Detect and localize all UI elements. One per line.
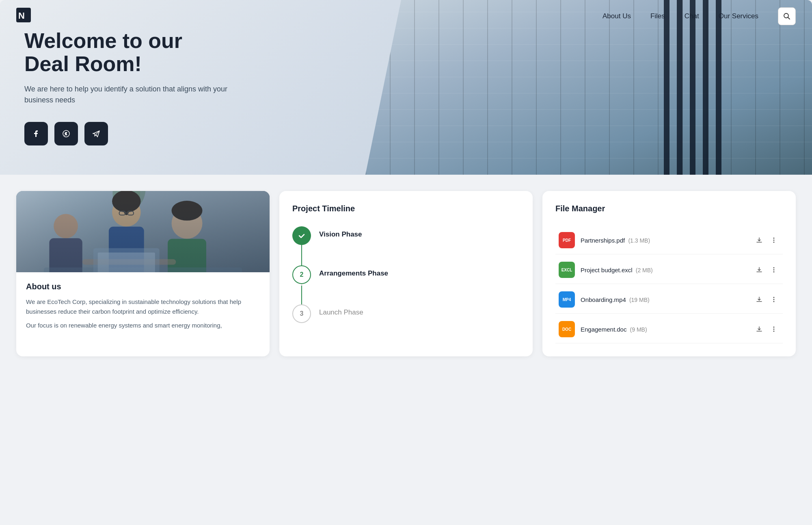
whatsapp-icon bbox=[62, 129, 71, 138]
svg-rect-20 bbox=[168, 239, 206, 272]
timeline-dot-launch: 3 bbox=[292, 304, 311, 323]
whatsapp-button[interactable] bbox=[54, 122, 78, 145]
svg-point-18 bbox=[172, 208, 203, 239]
search-button[interactable] bbox=[778, 7, 796, 25]
download-icon bbox=[756, 326, 762, 332]
timeline-card-title: Project Timeline bbox=[292, 204, 520, 213]
download-icon bbox=[756, 296, 762, 303]
svg-rect-21 bbox=[82, 259, 176, 265]
logo: N bbox=[16, 8, 31, 25]
svg-point-7 bbox=[112, 191, 140, 215]
timeline-item-vision: Vision Phase bbox=[292, 226, 520, 245]
download-onboarding-button[interactable] bbox=[754, 294, 765, 305]
navbar: N About Us Files Chat Our Services bbox=[0, 0, 812, 33]
about-paragraph-1: We are EcoTech Corp, specializing in sus… bbox=[26, 297, 260, 317]
file-list: PDF Partnerships.pdf (1.3 MB) bbox=[555, 226, 783, 343]
file-actions-engagement bbox=[754, 323, 780, 335]
more-icon bbox=[773, 326, 775, 332]
facebook-button[interactable] bbox=[24, 122, 48, 145]
about-card-title: About us bbox=[26, 282, 260, 291]
hero-subtitle: We are here to help you identify a solut… bbox=[24, 84, 227, 106]
svg-point-26 bbox=[773, 240, 775, 241]
about-paragraph-2: Our focus is on renewable energy systems… bbox=[26, 321, 260, 330]
svg-point-30 bbox=[773, 271, 775, 273]
people-illustration bbox=[16, 191, 270, 272]
svg-point-11 bbox=[112, 198, 141, 227]
nav-chat[interactable]: Chat bbox=[685, 12, 699, 20]
svg-rect-5 bbox=[16, 191, 270, 272]
timeline-dot-arrangements: 2 bbox=[292, 265, 311, 284]
svg-rect-6 bbox=[16, 191, 126, 272]
search-icon bbox=[783, 13, 790, 20]
filemanager-title: File Manager bbox=[555, 204, 783, 213]
svg-point-28 bbox=[773, 267, 775, 269]
nav-about[interactable]: About Us bbox=[603, 12, 631, 20]
svg-point-8 bbox=[124, 191, 146, 207]
svg-point-19 bbox=[172, 201, 203, 221]
svg-point-35 bbox=[773, 329, 775, 330]
download-budget-button[interactable] bbox=[754, 264, 765, 276]
file-icon-pdf: PDF bbox=[559, 232, 575, 248]
file-name-budget: Project budget.excl (2 MB) bbox=[581, 267, 748, 273]
more-partnerships-button[interactable] bbox=[768, 234, 780, 246]
more-icon bbox=[773, 267, 775, 273]
timeline: Vision Phase 2 Arrangements Phase 3 Laun… bbox=[292, 226, 520, 323]
more-icon bbox=[773, 237, 775, 243]
nav-services[interactable]: Our Services bbox=[719, 12, 758, 20]
facebook-icon bbox=[32, 129, 41, 138]
svg-point-27 bbox=[773, 242, 775, 243]
file-name-partnerships: Partnerships.pdf (1.3 MB) bbox=[581, 237, 748, 244]
about-card-image bbox=[16, 191, 270, 272]
about-card-body: About us We are EcoTech Corp, specializi… bbox=[16, 272, 270, 344]
download-engagement-button[interactable] bbox=[754, 323, 765, 335]
telegram-icon bbox=[92, 129, 101, 138]
timeline-label-vision: Vision Phase bbox=[319, 226, 362, 239]
file-icon-doc: DOC bbox=[559, 321, 575, 337]
svg-rect-14 bbox=[119, 211, 125, 215]
more-budget-button[interactable] bbox=[768, 264, 780, 276]
main-content: About us We are EcoTech Corp, specializi… bbox=[0, 175, 812, 373]
svg-point-9 bbox=[54, 214, 78, 239]
svg-point-12 bbox=[112, 191, 141, 213]
timeline-dot-vision bbox=[292, 226, 311, 245]
svg-point-36 bbox=[773, 331, 775, 332]
file-name-onboarding: Onboarding.mp4 (19 MB) bbox=[581, 296, 748, 303]
more-onboarding-button[interactable] bbox=[768, 294, 780, 305]
svg-point-25 bbox=[773, 238, 775, 239]
file-name-engagement: Engagement.doc (9 MB) bbox=[581, 326, 748, 333]
download-icon bbox=[756, 237, 762, 243]
telegram-button[interactable] bbox=[84, 122, 108, 145]
social-icons-row bbox=[24, 122, 227, 145]
file-item-engagement: DOC Engagement.doc (9 MB) bbox=[555, 315, 783, 343]
timeline-card: Project Timeline Vision Phase 2 Arrangem… bbox=[279, 191, 533, 356]
about-card: About us We are EcoTech Corp, specializi… bbox=[16, 191, 270, 356]
svg-rect-15 bbox=[127, 211, 134, 215]
svg-point-13 bbox=[124, 204, 130, 215]
timeline-label-launch: Launch Phase bbox=[319, 304, 363, 317]
download-partnerships-button[interactable] bbox=[754, 234, 765, 246]
timeline-item-arrangements: 2 Arrangements Phase bbox=[292, 265, 520, 284]
download-icon bbox=[756, 267, 762, 273]
svg-rect-17 bbox=[109, 227, 144, 272]
svg-line-3 bbox=[788, 17, 790, 20]
svg-point-33 bbox=[773, 301, 775, 302]
file-icon-mp4: MP4 bbox=[559, 291, 575, 308]
more-icon bbox=[773, 296, 775, 303]
timeline-label-arrangements: Arrangements Phase bbox=[319, 265, 388, 278]
nav-files[interactable]: Files bbox=[650, 12, 665, 20]
filemanager-card: File Manager PDF Partnerships.pdf (1.3 M… bbox=[542, 191, 796, 356]
hero-title: Welcome to our Deal Room! bbox=[24, 29, 227, 76]
svg-point-34 bbox=[773, 327, 775, 328]
svg-rect-10 bbox=[49, 238, 82, 272]
file-actions-onboarding bbox=[754, 294, 780, 305]
file-item-budget: EXCL Project budget.excl (2 MB) bbox=[555, 256, 783, 284]
svg-rect-23 bbox=[93, 248, 160, 272]
more-engagement-button[interactable] bbox=[768, 323, 780, 335]
file-item-partnerships: PDF Partnerships.pdf (1.3 MB) bbox=[555, 226, 783, 254]
hero-content: Welcome to our Deal Room! We are here to… bbox=[0, 29, 252, 145]
file-icon-excl: EXCL bbox=[559, 262, 575, 278]
nav-links: About Us Files Chat Our Services bbox=[603, 12, 758, 20]
file-item-onboarding: MP4 Onboarding.mp4 (19 MB) bbox=[555, 286, 783, 314]
svg-point-32 bbox=[773, 299, 775, 300]
svg-text:N: N bbox=[18, 11, 24, 21]
